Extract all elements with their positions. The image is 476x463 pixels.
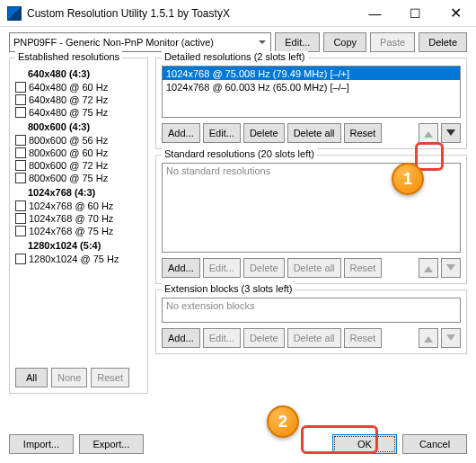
detailed-edit-button[interactable]: Edit... xyxy=(203,123,241,143)
extension-reset-button[interactable]: Reset xyxy=(344,328,383,348)
res-item[interactable]: 1280x1024 @ 75 Hz xyxy=(15,253,142,265)
established-list: 640x480 (4:3)640x480 @ 60 Hz640x480 @ 72… xyxy=(15,66,142,364)
arrow-up-icon xyxy=(424,332,433,343)
res-item-label: 1024x768 @ 70 Hz xyxy=(29,213,113,224)
export-button[interactable]: Export... xyxy=(79,434,144,454)
detailed-title: Detailed resolutions (2 slots left) xyxy=(162,51,308,62)
checkbox[interactable] xyxy=(15,107,26,118)
extension-down-button[interactable] xyxy=(441,328,461,348)
detailed-row-0[interactable]: 1024x768 @ 75.008 Hz (79.49 MHz) [–/+] xyxy=(163,67,460,80)
highlight-box-2 xyxy=(301,425,378,454)
extension-deleteall-button[interactable]: Delete all xyxy=(287,328,341,348)
detailed-deleteall-button[interactable]: Delete all xyxy=(287,123,341,143)
standard-edit-button[interactable]: Edit... xyxy=(203,258,241,278)
res-item-label: 800x600 @ 75 Hz xyxy=(29,173,108,183)
established-title: Established resolutions xyxy=(15,51,122,62)
all-button[interactable]: All xyxy=(15,368,48,387)
arrow-up-icon xyxy=(424,127,433,138)
checkbox[interactable] xyxy=(15,94,26,105)
standard-delete-button[interactable]: Delete xyxy=(243,258,285,278)
checkbox[interactable] xyxy=(15,200,26,211)
standard-reset-button[interactable]: Reset xyxy=(344,258,383,278)
import-button[interactable]: Import... xyxy=(9,434,74,454)
checkbox[interactable] xyxy=(15,82,26,93)
res-item[interactable]: 1024x768 @ 60 Hz xyxy=(15,200,142,212)
res-item-label: 1280x1024 @ 75 Hz xyxy=(29,254,119,264)
maximize-button[interactable]: ☐ xyxy=(395,0,436,27)
copy-button[interactable]: Copy xyxy=(323,32,366,52)
res-item-label: 800x600 @ 56 Hz xyxy=(29,135,108,146)
extension-delete-button[interactable]: Delete xyxy=(243,328,285,348)
res-item-label: 1024x768 @ 75 Hz xyxy=(29,226,113,236)
highlight-box-1 xyxy=(415,142,444,171)
standard-down-button[interactable] xyxy=(441,258,461,278)
res-item[interactable]: 1024x768 @ 70 Hz xyxy=(15,212,142,225)
res-group-header: 1280x1024 (5:4) xyxy=(15,237,142,253)
app-icon xyxy=(7,6,22,21)
none-button[interactable]: None xyxy=(51,368,87,387)
detailed-down-button[interactable] xyxy=(441,123,461,143)
checkbox[interactable] xyxy=(15,226,26,236)
delete-monitor-button[interactable]: Delete xyxy=(419,32,467,52)
res-item[interactable]: 640x480 @ 60 Hz xyxy=(15,81,142,93)
callout-2: 2 xyxy=(267,405,299,438)
arrow-down-icon xyxy=(446,334,455,345)
standard-deleteall-button[interactable]: Delete all xyxy=(287,258,341,278)
res-item-label: 800x600 @ 60 Hz xyxy=(29,147,108,158)
res-group-header: 1024x768 (4:3) xyxy=(15,184,142,200)
detailed-add-button[interactable]: Add... xyxy=(162,123,200,143)
callout-1: 1 xyxy=(392,163,424,195)
extension-up-button[interactable] xyxy=(419,328,438,348)
res-item[interactable]: 800x600 @ 60 Hz xyxy=(15,147,142,159)
checkbox[interactable] xyxy=(15,147,26,158)
res-item[interactable]: 800x600 @ 72 Hz xyxy=(15,159,142,172)
res-item[interactable]: 640x480 @ 72 Hz xyxy=(15,93,142,106)
cancel-button[interactable]: Cancel xyxy=(402,434,467,454)
monitor-selected-text: PNP09FF - Generic Non-PnP Monitor (activ… xyxy=(13,37,214,48)
detailed-reset-button[interactable]: Reset xyxy=(344,123,383,143)
checkbox[interactable] xyxy=(15,160,26,171)
extension-add-button[interactable]: Add... xyxy=(162,328,200,348)
res-item[interactable]: 800x600 @ 56 Hz xyxy=(15,134,142,147)
extension-title: Extension blocks (3 slots left) xyxy=(162,283,295,294)
res-item[interactable]: 800x600 @ 75 Hz xyxy=(15,172,142,184)
checkbox[interactable] xyxy=(15,173,26,183)
res-item[interactable]: 640x480 @ 75 Hz xyxy=(15,106,142,119)
standard-up-button[interactable] xyxy=(419,258,438,278)
arrow-down-icon xyxy=(446,129,455,140)
res-group-header: 800x600 (4:3) xyxy=(15,119,142,134)
extension-edit-button[interactable]: Edit... xyxy=(203,328,241,348)
res-item-label: 640x480 @ 75 Hz xyxy=(29,107,108,118)
standard-title: Standard resolutions (20 slots left) xyxy=(162,148,317,159)
res-item-label: 640x480 @ 60 Hz xyxy=(29,82,108,93)
res-item-label: 800x600 @ 72 Hz xyxy=(29,160,108,171)
checkbox[interactable] xyxy=(15,254,26,264)
arrow-down-icon xyxy=(446,264,455,275)
reset-established-button[interactable]: Reset xyxy=(91,368,129,387)
res-item[interactable]: 1024x768 @ 75 Hz xyxy=(15,225,142,237)
detailed-up-button[interactable] xyxy=(419,123,438,143)
detailed-listbox[interactable]: 1024x768 @ 75.008 Hz (79.49 MHz) [–/+] 1… xyxy=(162,66,461,118)
paste-button[interactable]: Paste xyxy=(370,32,415,52)
standard-add-button[interactable]: Add... xyxy=(162,258,200,278)
extension-listbox[interactable]: No extension blocks xyxy=(162,298,461,323)
detailed-row-1[interactable]: 1024x768 @ 60.003 Hz (65.00 MHz) [–/–] xyxy=(163,80,460,93)
res-item-label: 640x480 @ 72 Hz xyxy=(29,94,108,105)
edit-monitor-button[interactable]: Edit... xyxy=(275,32,320,52)
res-group-header: 640x480 (4:3) xyxy=(15,66,142,81)
window-title: Custom Resolution Utility 1.5.1 by Toast… xyxy=(27,7,355,20)
checkbox[interactable] xyxy=(15,135,26,146)
monitor-select[interactable]: PNP09FF - Generic Non-PnP Monitor (activ… xyxy=(9,32,271,52)
minimize-button[interactable]: — xyxy=(355,0,395,27)
res-item-label: 1024x768 @ 60 Hz xyxy=(29,200,113,211)
checkbox[interactable] xyxy=(15,213,26,224)
close-button[interactable]: ✕ xyxy=(436,0,476,27)
detailed-delete-button[interactable]: Delete xyxy=(243,123,285,143)
arrow-up-icon xyxy=(424,262,433,272)
